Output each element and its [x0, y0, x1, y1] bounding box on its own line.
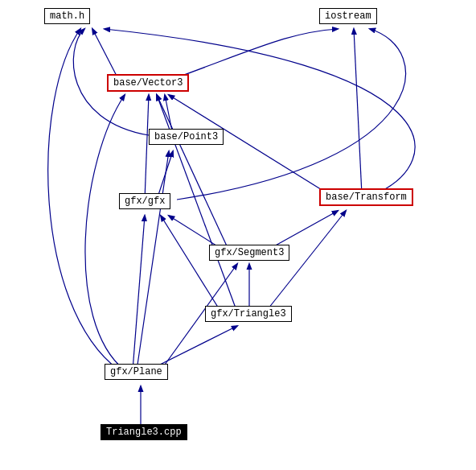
node-iostream[interactable]: iostream: [319, 8, 377, 24]
node-base-transform[interactable]: base/Transform: [319, 188, 413, 206]
svg-line-6: [265, 211, 346, 312]
node-gfx-gfx[interactable]: gfx/gfx: [119, 193, 170, 209]
node-gfx-segment3[interactable]: gfx/Segment3: [209, 245, 289, 261]
node-gfx-triangle3[interactable]: gfx/Triangle3: [205, 306, 292, 322]
svg-line-12: [169, 95, 330, 195]
svg-line-8: [157, 95, 229, 251]
node-triangle3-cpp[interactable]: Triangle3.cpp: [101, 424, 187, 440]
graph-edges: [0, 0, 476, 470]
node-base-point3[interactable]: base/Point3: [149, 129, 224, 145]
svg-line-1: [133, 216, 145, 370]
dependency-graph: math.h iostream base/Vector3 base/Point3…: [0, 0, 476, 470]
node-math-h[interactable]: math.h: [44, 8, 90, 24]
node-base-vector3[interactable]: base/Vector3: [107, 74, 189, 92]
svg-line-15: [92, 29, 119, 80]
svg-line-5: [161, 216, 221, 312]
node-gfx-plane[interactable]: gfx/Plane: [105, 364, 168, 380]
svg-line-13: [145, 95, 149, 200]
svg-line-11: [354, 29, 362, 195]
